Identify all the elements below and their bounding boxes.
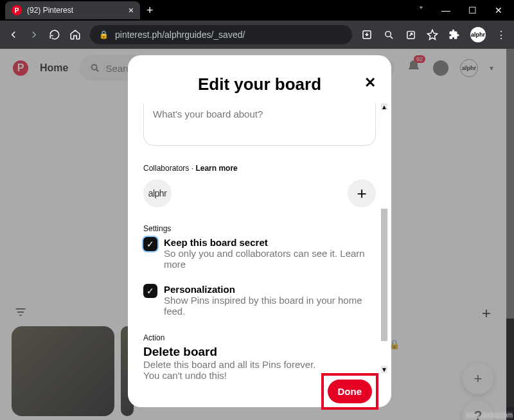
edit-board-modal: Edit your board ✕ What's your board abou… — [128, 55, 391, 407]
chevron-down-icon[interactable]: ˅ — [419, 5, 423, 15]
back-button[interactable] — [8, 29, 19, 40]
scroll-down-icon[interactable]: ▼ — [381, 366, 387, 373]
scroll-thumb[interactable] — [381, 209, 387, 341]
personalization-checkbox[interactable]: ✓ — [143, 284, 157, 298]
star-icon[interactable] — [427, 29, 438, 40]
modal-scrollbar[interactable]: ▲ ▼ — [381, 103, 387, 373]
url-text: pinterest.ph/alphrguides/_saved/ — [115, 30, 245, 40]
delete-board-link[interactable]: Delete board — [143, 345, 376, 359]
delete-subtitle-2: You can't undo this! — [143, 370, 376, 381]
reload-button[interactable] — [49, 29, 60, 40]
tab-title: (92) Pinterest — [27, 6, 73, 15]
learn-more-link[interactable]: Learn more — [195, 164, 237, 173]
zoom-icon[interactable] — [383, 30, 394, 40]
secret-checkbox[interactable]: ✓ — [143, 237, 157, 251]
browser-toolbar: 🔒 pinterest.ph/alphrguides/_saved/ alphr… — [0, 21, 514, 49]
action-label: Action — [143, 333, 376, 342]
modal-title: Edit your board — [198, 74, 321, 94]
home-button[interactable] — [69, 29, 81, 40]
extensions-icon[interactable] — [448, 29, 460, 40]
browser-tab[interactable]: P (92) Pinterest × — [5, 1, 140, 19]
secret-subtitle: So only you and collaborators can see it… — [164, 248, 376, 270]
description-placeholder: What's your board about? — [153, 109, 263, 119]
page-scroll-thumb[interactable] — [506, 49, 514, 319]
scroll-up-icon[interactable]: ▲ — [381, 103, 387, 110]
watermark: www.deuaq.com — [466, 412, 513, 419]
window-titlebar: P (92) Pinterest × + ˅ — ☐ ✕ — [0, 0, 514, 21]
window-close-icon[interactable]: ✕ — [495, 5, 502, 15]
collaborator-avatar[interactable]: alphr — [143, 179, 172, 207]
personalization-subtitle: Show Pins inspired by this board in your… — [164, 295, 376, 317]
done-button[interactable]: Done — [328, 380, 373, 403]
secret-title: Keep this board secret — [164, 237, 376, 248]
tab-close-icon[interactable]: × — [128, 5, 134, 15]
install-icon[interactable] — [361, 29, 373, 40]
svg-point-1 — [385, 31, 391, 37]
forward-button[interactable] — [28, 29, 40, 40]
add-collaborator-button[interactable]: + — [348, 179, 376, 207]
minimize-icon[interactable]: — — [441, 5, 450, 15]
collaborators-label: Collaborators · — [143, 164, 193, 173]
menu-dots-icon[interactable]: ⋮ — [496, 29, 506, 41]
personalization-title: Personalization — [164, 284, 376, 295]
page-scrollbar[interactable] — [506, 49, 514, 407]
new-tab-button[interactable]: + — [140, 4, 160, 17]
settings-label: Settings — [143, 224, 376, 233]
address-bar[interactable]: 🔒 pinterest.ph/alphrguides/_saved/ — [90, 25, 352, 44]
share-icon[interactable] — [405, 30, 416, 40]
delete-subtitle-1: Delete this board and all its Pins forev… — [143, 359, 376, 370]
description-input[interactable]: What's your board about? — [143, 103, 376, 146]
close-icon[interactable]: ✕ — [364, 74, 376, 91]
profile-avatar-browser[interactable]: alphr — [470, 27, 486, 42]
maximize-icon[interactable]: ☐ — [468, 5, 477, 15]
lock-icon: 🔒 — [99, 30, 109, 39]
pinterest-favicon: P — [12, 5, 22, 15]
